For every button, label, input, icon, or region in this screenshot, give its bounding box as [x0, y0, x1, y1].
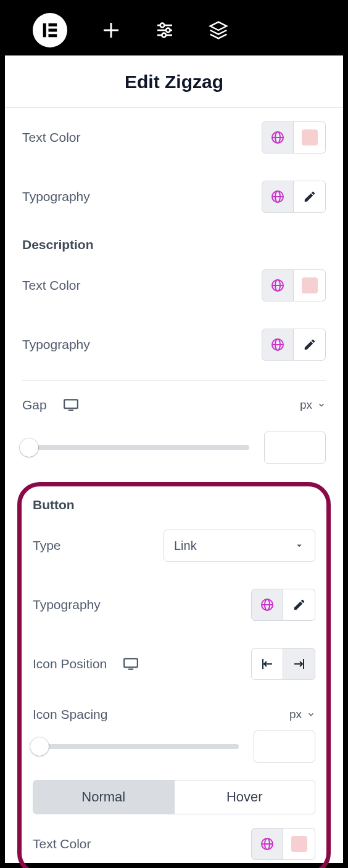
color-swatch-button[interactable]	[294, 269, 326, 301]
global-typography-button[interactable]	[262, 181, 294, 213]
edit-typography-button[interactable]	[283, 589, 315, 621]
color-swatch-button[interactable]	[283, 828, 315, 860]
global-color-button[interactable]	[262, 121, 294, 154]
icon-position-row: Icon Position	[33, 634, 315, 694]
color-swatch	[291, 836, 307, 852]
structure-icon[interactable]	[209, 20, 228, 40]
svg-rect-25	[68, 410, 73, 411]
edit-typography-button[interactable]	[294, 181, 326, 213]
state-tab-hover[interactable]: Hover	[174, 780, 315, 814]
icon-spacing-input[interactable]	[254, 731, 315, 763]
global-color-button[interactable]	[251, 828, 283, 860]
icon-position-start[interactable]	[251, 648, 283, 680]
typography-row-2: Typography	[22, 315, 326, 374]
divider	[22, 380, 326, 381]
typography-label-2: Typography	[22, 337, 90, 352]
state-tab-normal[interactable]: Normal	[33, 780, 174, 814]
color-swatch	[302, 129, 318, 145]
gap-unit-select[interactable]: px	[300, 398, 326, 412]
text-color-row-1: Text Color	[22, 108, 326, 167]
icon-spacing-slider[interactable]	[33, 744, 239, 749]
svg-rect-24	[64, 399, 78, 408]
icon-spacing-slider-row	[33, 726, 315, 774]
typography-label: Typography	[22, 189, 90, 204]
gap-input[interactable]	[264, 432, 326, 464]
global-color-button[interactable]	[262, 269, 294, 301]
text-color-row-2: Text Color	[22, 256, 326, 315]
svg-rect-2	[49, 29, 57, 32]
editor-panel: Edit Zigzag Text Color Typography	[5, 55, 343, 863]
button-typography-row: Typography	[33, 575, 315, 634]
global-typography-button[interactable]	[262, 329, 294, 361]
icon-spacing-label: Icon Spacing	[33, 707, 107, 722]
svg-rect-0	[43, 23, 46, 38]
svg-point-11	[162, 33, 166, 38]
button-typography-label: Typography	[33, 597, 101, 612]
button-type-value: Link	[174, 539, 197, 553]
settings-icon[interactable]	[155, 20, 175, 40]
gap-slider-thumb[interactable]	[20, 438, 38, 457]
state-tabs: Normal Hover	[33, 780, 315, 814]
button-text-color-label: Text Color	[33, 837, 91, 851]
button-heading: Button	[33, 494, 315, 516]
svg-rect-30	[128, 669, 134, 670]
icon-position-label: Icon Position	[33, 657, 107, 671]
icon-position-end[interactable]	[283, 648, 315, 680]
gap-unit-label: px	[300, 398, 312, 412]
button-type-select[interactable]: Link	[164, 530, 315, 562]
gap-row: Gap px	[22, 383, 326, 427]
svg-rect-3	[49, 34, 57, 37]
responsive-icon[interactable]	[63, 397, 79, 413]
button-text-color-row: Text Color	[33, 814, 315, 860]
edit-typography-button[interactable]	[294, 329, 326, 361]
description-heading: Description	[22, 226, 326, 256]
text-color-label-2: Text Color	[22, 278, 81, 293]
add-icon[interactable]	[101, 20, 121, 40]
gap-slider[interactable]	[22, 445, 249, 450]
icon-spacing-row: Icon Spacing px	[33, 694, 315, 726]
color-swatch	[302, 277, 318, 293]
typography-row-1: Typography	[22, 167, 326, 226]
svg-rect-29	[124, 658, 138, 667]
color-swatch-button[interactable]	[294, 121, 326, 154]
button-section-highlight: Button Type Link Typography	[17, 482, 331, 868]
svg-point-7	[160, 23, 165, 28]
panel-header: Edit Zigzag	[5, 55, 343, 108]
elementor-logo[interactable]	[33, 13, 67, 47]
panel-title: Edit Zigzag	[5, 72, 343, 92]
icon-spacing-unit-label: px	[289, 708, 302, 721]
icon-spacing-unit-select[interactable]: px	[289, 708, 315, 721]
gap-slider-row	[22, 427, 326, 475]
top-toolbar	[5, 5, 343, 55]
icon-spacing-slider-thumb[interactable]	[30, 737, 49, 756]
svg-point-9	[166, 28, 170, 33]
button-type-label: Type	[33, 538, 61, 553]
gap-label: Gap	[22, 398, 47, 412]
responsive-icon[interactable]	[123, 656, 139, 672]
text-color-label: Text Color	[22, 130, 81, 145]
svg-rect-1	[49, 23, 57, 27]
button-type-row: Type Link	[33, 516, 315, 575]
global-typography-button[interactable]	[251, 589, 283, 621]
